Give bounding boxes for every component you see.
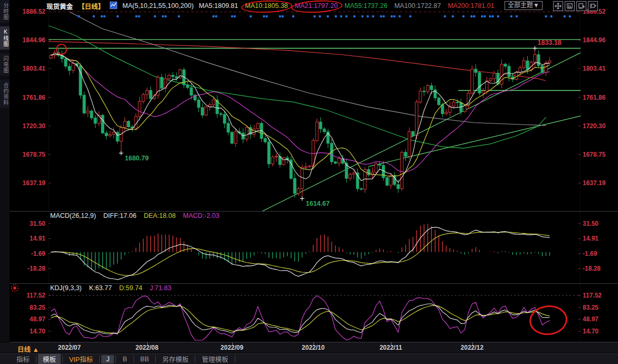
axis-label: -18.28 xyxy=(583,265,616,272)
pane-scale-left-icon[interactable] xyxy=(565,1,575,11)
left-sidebar: 分时图K线图闪电图合约资料 xyxy=(0,0,9,342)
pane-shift-right-icon[interactable] xyxy=(588,1,598,11)
axis-label: 1720.30 xyxy=(583,122,616,130)
bottom-tab-0[interactable]: 指标 xyxy=(12,353,34,364)
axis-label: -1.69 xyxy=(583,250,616,257)
ma-value-0: MA5:1809.81 xyxy=(199,2,238,9)
sidebar-item-0[interactable]: 分时图 xyxy=(0,0,9,23)
tab-separator xyxy=(36,356,36,363)
axis-label: 83.25 xyxy=(583,304,616,311)
sidebar-item-1[interactable]: K线图 xyxy=(0,26,9,50)
macd-title: MACD(26,12,9) xyxy=(50,212,96,219)
tab-separator xyxy=(116,356,116,363)
chart-type-icon xyxy=(110,2,117,11)
extreme-marker xyxy=(300,196,305,200)
axis-label: 1637.19 xyxy=(13,179,45,187)
date-label: 2022/09 xyxy=(215,344,249,351)
period-tag: 【日线】 xyxy=(78,1,104,11)
extreme-marker xyxy=(119,151,123,155)
annotation-circle-ma-cross xyxy=(56,44,67,55)
macd-panel[interactable] xyxy=(49,213,581,283)
symbol-title: 现货黄金 xyxy=(46,1,73,11)
axis-label: 1720.30 xyxy=(13,122,45,130)
axis-label: 1637.19 xyxy=(583,179,616,187)
axis-label: 1844.96 xyxy=(13,36,45,44)
move-tool-icon[interactable] xyxy=(553,1,563,11)
kdj-panel[interactable] xyxy=(49,285,581,341)
macd-diff-value: DIFF:17.06 xyxy=(103,212,137,219)
macd-dea-value: DEA:18.08 xyxy=(144,212,175,219)
ma-value-3: MA55:1737.26 xyxy=(345,2,387,9)
ma-value-4: MA100:1722.87 xyxy=(394,2,441,9)
bottom-tab-3[interactable]: J xyxy=(101,355,114,363)
indicator-sun-icon xyxy=(10,283,20,295)
axis-label: -1.69 xyxy=(13,250,45,257)
chart-toolbar-icons xyxy=(553,1,598,11)
bottom-tab-bar: 指标模板VIP指标JBBB另存模板管理模板 xyxy=(0,353,618,364)
axis-label: 1678.75 xyxy=(13,151,45,158)
bottom-tab-5[interactable]: BB xyxy=(136,355,154,363)
tab-separator xyxy=(235,356,235,363)
date-label: 2022/12 xyxy=(455,344,489,351)
tab-separator xyxy=(99,356,100,363)
bottom-tab-6[interactable]: 另存模板 xyxy=(157,353,193,364)
bottom-tab-4[interactable]: B xyxy=(118,355,131,363)
axis-label: 1803.41 xyxy=(13,65,45,72)
axis-label: 1761.86 xyxy=(583,94,616,101)
tab-separator xyxy=(195,356,195,363)
svg-text:1680.79: 1680.79 xyxy=(125,155,149,162)
axis-label: 14.70 xyxy=(13,328,45,335)
axis-label: 1678.75 xyxy=(583,151,616,158)
svg-text:1614.67: 1614.67 xyxy=(306,200,330,207)
axis-label: 117.52 xyxy=(583,292,616,299)
macd-header-row: MACD(26,12,9) DIFF:17.06 DEA:18.08 MACD:… xyxy=(50,212,220,219)
date-label: 2022/07 xyxy=(53,344,87,351)
kdj-d-value: D:59.74 xyxy=(119,284,142,292)
kdj-title: KDJ(9,3,3) xyxy=(50,284,82,292)
theme-selector-button[interactable]: 全部主题▼ xyxy=(505,1,543,10)
date-label: 2022/11 xyxy=(374,344,408,351)
bottom-tab-2[interactable]: VIP指标 xyxy=(64,353,98,364)
date-label: 2022/10 xyxy=(297,344,330,351)
axis-label: 1761.86 xyxy=(13,94,45,101)
axis-label: 48.97 xyxy=(13,315,45,323)
panel-divider xyxy=(9,283,618,284)
tab-separator xyxy=(62,356,63,363)
axis-label: 1886.52 xyxy=(13,8,45,15)
axis-label: 14.91 xyxy=(13,235,45,242)
axis-label: 1844.96 xyxy=(583,36,616,44)
axis-label: 48.97 xyxy=(583,315,616,323)
kdj-k-value: K:63.77 xyxy=(89,284,112,292)
axis-label: 31.50 xyxy=(13,220,45,227)
bottom-tab-1[interactable]: 模板 xyxy=(38,353,61,364)
axis-label: 14.91 xyxy=(583,235,616,242)
pane-scale-right-icon[interactable] xyxy=(576,1,586,11)
svg-text:1833.18: 1833.18 xyxy=(538,39,562,46)
tab-separator xyxy=(134,356,134,363)
ma-value-5: MA200:1781.01 xyxy=(448,2,494,9)
ma-settings-label: MA(5,10,21,55,100,200) xyxy=(122,2,194,9)
bottom-tab-7[interactable]: 管理模板 xyxy=(197,353,233,364)
time-axis: 日线 ▲ 2022/072022/082022/092022/102022/11… xyxy=(0,342,618,353)
period-dropdown[interactable]: 日线 ▲ xyxy=(17,344,39,354)
panel-divider xyxy=(9,342,618,342)
kdj-header-row: KDJ(9,3,3) K:63.77 D:59.74 J:71.83 xyxy=(50,284,172,292)
tab-separator xyxy=(155,356,156,363)
trading-app-window: 现货黄金 【日线】 MA(5,10,21,55,100,200) MA5:180… xyxy=(0,0,618,364)
date-label: 2022/08 xyxy=(130,344,164,351)
panel-divider xyxy=(9,211,618,212)
candlestick-chart[interactable]: 1680.791614.671833.18 xyxy=(49,12,581,211)
axis-label: 1803.41 xyxy=(583,65,616,72)
macd-bar-value: MACD:-2.03 xyxy=(183,212,220,219)
axis-label: 83.25 xyxy=(13,304,45,311)
kdj-j-value: J:71.83 xyxy=(150,284,172,292)
axis-label: 31.50 xyxy=(583,220,616,227)
candles xyxy=(50,49,551,199)
axis-label: 14.70 xyxy=(583,328,616,335)
axis-label: -18.28 xyxy=(13,265,45,272)
extreme-marker xyxy=(533,46,537,51)
sidebar-item-2[interactable]: 闪电图 xyxy=(0,53,9,76)
sidebar-item-3[interactable]: 合约资料 xyxy=(0,80,9,108)
